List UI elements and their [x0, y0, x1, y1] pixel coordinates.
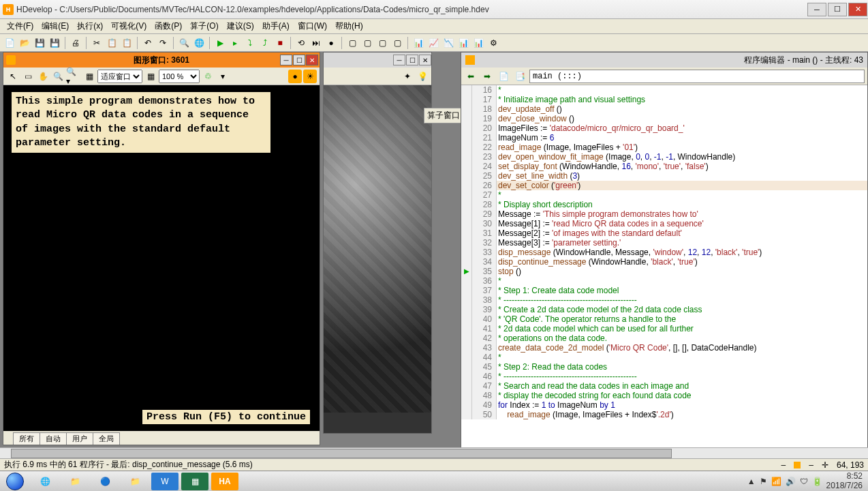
- code-line[interactable]: 50 read_image (Image, ImageFiles + Index…: [461, 410, 867, 419]
- code-line[interactable]: 44*: [461, 353, 867, 362]
- tab-all[interactable]: 所有: [13, 432, 40, 445]
- tray-battery-icon[interactable]: 🔋: [812, 477, 822, 486]
- editor-titlebar[interactable]: 程序编辑器 - main () - 主线程: 43: [461, 53, 867, 68]
- menu-help[interactable]: 帮助(H): [331, 19, 367, 33]
- code-line[interactable]: 20ImageFiles := 'datacode/micro_qr/micro…: [461, 123, 867, 133]
- dropdown-icon[interactable]: ▾: [216, 70, 230, 83]
- fit-icon[interactable]: ▦: [82, 70, 96, 83]
- app-explorer[interactable]: 📁: [61, 473, 89, 490]
- app-hdevelop[interactable]: HA: [211, 473, 238, 490]
- graphics-canvas[interactable]: This simple program demonstrates how to …: [3, 85, 320, 431]
- code-line[interactable]: 37* Step 1: Create data code model: [461, 286, 867, 295]
- tray-shield-icon[interactable]: 🛡: [800, 477, 808, 486]
- stepout-icon[interactable]: ⤴: [258, 36, 272, 50]
- win2-icon[interactable]: ▢: [360, 36, 374, 50]
- code-line[interactable]: 26dev_set_color ('green'): [461, 181, 867, 190]
- graphics-close-button[interactable]: ✕: [306, 55, 318, 65]
- win1-icon[interactable]: ▢: [345, 36, 359, 50]
- save-icon[interactable]: 💾: [33, 36, 46, 50]
- code-line[interactable]: 34disp_continue_message (WindowHandle, '…: [461, 257, 867, 267]
- app-folder[interactable]: 📁: [121, 473, 149, 490]
- editor-path[interactable]: main (:::): [529, 70, 865, 83]
- print-icon[interactable]: 🖨: [69, 36, 82, 50]
- stop-icon[interactable]: ■: [273, 36, 287, 50]
- menu-assistant[interactable]: 助手(A): [258, 19, 294, 33]
- chart5-icon[interactable]: 📊: [471, 36, 485, 50]
- graphics-min-button[interactable]: ─: [280, 55, 292, 65]
- pointer-icon[interactable]: ↖: [6, 70, 20, 83]
- operator-window-label[interactable]: 算子窗口: [424, 108, 463, 123]
- app-ie[interactable]: 🌐: [31, 473, 59, 490]
- maximize-button[interactable]: ☐: [828, 3, 847, 16]
- start-button[interactable]: [0, 471, 30, 492]
- menu-suggestions[interactable]: 建议(S): [223, 19, 258, 33]
- graphics-max-button[interactable]: ☐: [293, 55, 305, 65]
- chart1-icon[interactable]: 📊: [412, 36, 425, 50]
- win4-icon[interactable]: ▢: [390, 36, 404, 50]
- mid-tool1-icon[interactable]: ✦: [401, 70, 414, 83]
- nav-book-icon[interactable]: 📑: [513, 70, 527, 83]
- code-line[interactable]: 18dev_update_off (): [461, 104, 867, 114]
- code-line[interactable]: 23dev_open_window_fit_image (Image, 0, 0…: [461, 152, 867, 162]
- tray-sound-icon[interactable]: 🔊: [786, 477, 796, 486]
- code-line[interactable]: 16*: [461, 85, 867, 95]
- undo-icon[interactable]: ↶: [141, 36, 155, 50]
- skip-icon[interactable]: ⏭: [309, 36, 323, 50]
- code-line[interactable]: 24set_display_font (WindowHandle, 16, 'm…: [461, 162, 867, 171]
- breakpoint-icon[interactable]: ●: [324, 36, 338, 50]
- nav-fwd-icon[interactable]: ➡: [480, 70, 494, 83]
- code-line[interactable]: 33disp_message (WindowHandle, Message, '…: [461, 248, 867, 257]
- nav-back-icon[interactable]: ⬅: [464, 70, 478, 83]
- cut-icon[interactable]: ✂: [90, 36, 104, 50]
- code-line[interactable]: 48* display the decoded string for each …: [461, 391, 867, 400]
- app-word[interactable]: W: [151, 473, 179, 490]
- zoom-select[interactable]: 100 %: [159, 70, 200, 83]
- code-line[interactable]: 25dev_set_line_width (3): [461, 171, 867, 181]
- code-line[interactable]: 28* Display short description: [461, 200, 867, 209]
- menu-file[interactable]: 文件(F): [3, 19, 37, 33]
- code-line[interactable]: 19dev_close_window (): [461, 114, 867, 123]
- code-line[interactable]: 22read_image (Image, ImageFiles + '01'): [461, 143, 867, 152]
- select-icon[interactable]: ▭: [21, 70, 35, 83]
- tray-network-icon[interactable]: 📶: [771, 477, 781, 486]
- tab-user[interactable]: 用户: [66, 432, 93, 445]
- mid-max-button[interactable]: ☐: [406, 55, 418, 65]
- app-excel[interactable]: ▦: [181, 473, 208, 490]
- code-line[interactable]: 29Message := 'This simple program demons…: [461, 209, 867, 219]
- recycle-icon[interactable]: ♲: [201, 70, 215, 83]
- nav-up-icon[interactable]: 📄: [497, 70, 510, 83]
- chart6-icon[interactable]: ⚙: [486, 36, 500, 50]
- chart3-icon[interactable]: 📉: [441, 36, 455, 50]
- code-line[interactable]: ▶35stop (): [461, 267, 867, 276]
- code-line[interactable]: 49for Index := 1 to ImageNum by 1: [461, 400, 867, 410]
- system-tray[interactable]: ▲ ⚑ 📶 🔊 🛡 🔋 8:52 2018/7/26: [742, 472, 868, 490]
- tab-global[interactable]: 全局: [93, 432, 120, 445]
- mid-min-button[interactable]: ─: [393, 55, 405, 65]
- open-icon[interactable]: 📂: [18, 36, 31, 50]
- find-icon[interactable]: 🔍: [177, 36, 191, 50]
- mid-close-button[interactable]: ✕: [419, 55, 431, 65]
- menu-visualize[interactable]: 可视化(V): [107, 19, 151, 33]
- fit-select[interactable]: 适应窗口: [97, 70, 142, 83]
- code-line[interactable]: 30Message[1] := 'read Micro QR data code…: [461, 219, 867, 228]
- horizontal-scrollbar[interactable]: [0, 447, 868, 458]
- close-button[interactable]: ✕: [848, 3, 867, 16]
- run-icon[interactable]: ▶: [213, 36, 227, 50]
- paste-icon[interactable]: 📋: [120, 36, 134, 50]
- move-icon[interactable]: ✋: [36, 70, 50, 83]
- menu-edit[interactable]: 编辑(E): [37, 19, 73, 33]
- win3-icon[interactable]: ▢: [375, 36, 389, 50]
- scrollbar-thumb[interactable]: [11, 449, 672, 458]
- globe-icon[interactable]: 🌐: [192, 36, 206, 50]
- code-line[interactable]: 36*: [461, 276, 867, 286]
- redo-icon[interactable]: ↷: [156, 36, 170, 50]
- code-line[interactable]: 27*: [461, 190, 867, 200]
- settings-icon[interactable]: ☀: [303, 70, 317, 83]
- code-line[interactable]: 17* Initialize image path and visual set…: [461, 95, 867, 104]
- code-area[interactable]: 16*17* Initialize image path and visual …: [461, 85, 867, 452]
- code-line[interactable]: 45* Step 2: Read the data codes: [461, 362, 867, 372]
- display-icon[interactable]: ▦: [144, 70, 157, 83]
- menu-execute[interactable]: 执行(x): [73, 19, 107, 33]
- zoom-icon[interactable]: 🔍: [51, 70, 65, 83]
- menu-functions[interactable]: 函数(P): [151, 19, 186, 33]
